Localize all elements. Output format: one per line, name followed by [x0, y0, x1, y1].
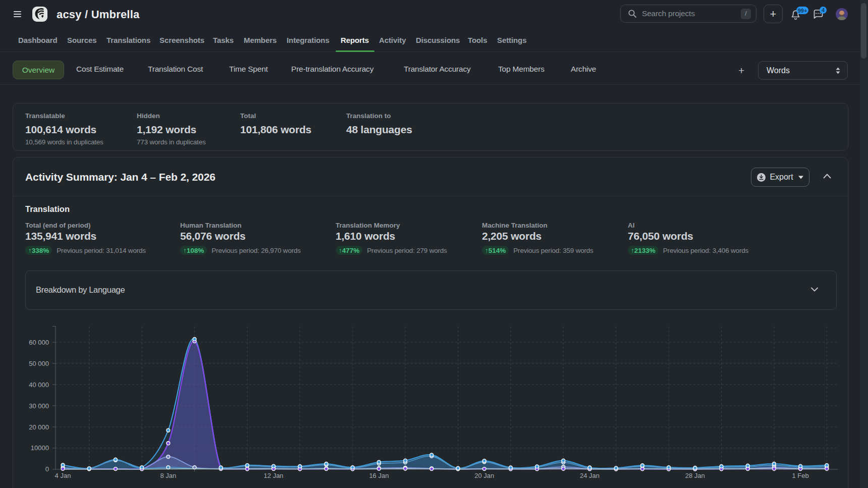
- svg-text:10000: 10000: [31, 444, 49, 452]
- svg-text:28 Jan: 28 Jan: [685, 472, 705, 479]
- svg-text:30 000: 30 000: [29, 402, 49, 410]
- svg-text:0: 0: [45, 465, 49, 473]
- svg-text:60 000: 60 000: [29, 339, 49, 346]
- svg-text:20 000: 20 000: [29, 423, 49, 431]
- svg-text:50 000: 50 000: [29, 360, 49, 367]
- svg-text:24 Jan: 24 Jan: [580, 472, 600, 479]
- svg-text:16 Jan: 16 Jan: [369, 472, 389, 479]
- svg-text:4 Jan: 4 Jan: [55, 472, 71, 479]
- svg-text:1 Feb: 1 Feb: [792, 472, 808, 479]
- svg-text:8 Jan: 8 Jan: [160, 472, 176, 479]
- svg-text:40 000: 40 000: [29, 381, 49, 389]
- svg-text:20 Jan: 20 Jan: [474, 472, 494, 479]
- svg-text:12 Jan: 12 Jan: [264, 472, 284, 479]
